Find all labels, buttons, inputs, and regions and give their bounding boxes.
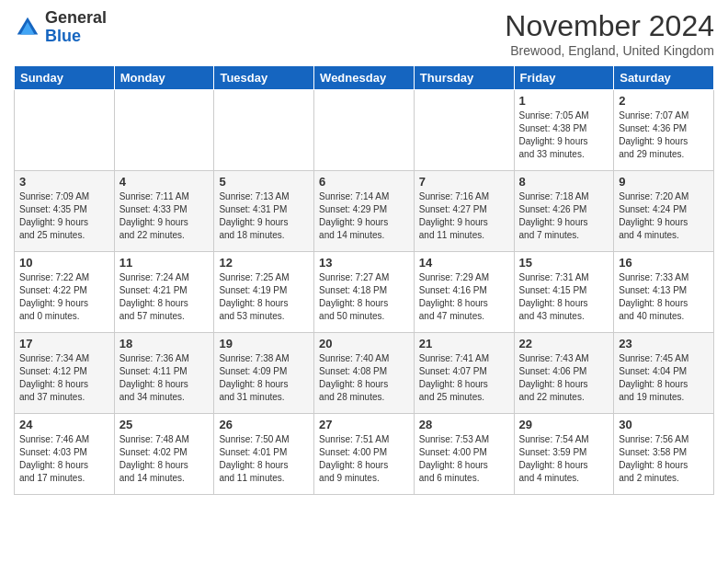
logo-line1: General [45, 9, 107, 28]
header-monday: Monday [114, 66, 214, 90]
day-info-3-5: Sunrise: 7:43 AM Sunset: 4:06 PM Dayligh… [519, 352, 609, 404]
day-info-2-3: Sunrise: 7:27 AM Sunset: 4:18 PM Dayligh… [319, 271, 409, 323]
day-info-0-6: Sunrise: 7:07 AM Sunset: 4:36 PM Dayligh… [619, 109, 709, 161]
day-num-2-1: 11 [119, 256, 210, 270]
day-num-0-5: 1 [519, 94, 609, 108]
cell-0-4 [414, 90, 514, 171]
cell-0-2 [214, 90, 314, 171]
cell-3-3: 20Sunrise: 7:40 AM Sunset: 4:08 PM Dayli… [314, 333, 415, 414]
calendar-body: 1Sunrise: 7:05 AM Sunset: 4:38 PM Daylig… [15, 90, 714, 495]
week-row-3: 17Sunrise: 7:34 AM Sunset: 4:12 PM Dayli… [15, 333, 714, 414]
day-num-3-2: 19 [219, 337, 309, 350]
day-num-4-4: 28 [419, 418, 509, 431]
day-info-3-3: Sunrise: 7:40 AM Sunset: 4:08 PM Dayligh… [319, 352, 409, 404]
day-num-3-3: 20 [319, 337, 409, 350]
cell-3-5: 22Sunrise: 7:43 AM Sunset: 4:06 PM Dayli… [514, 333, 614, 414]
day-info-4-1: Sunrise: 7:48 AM Sunset: 4:02 PM Dayligh… [119, 433, 210, 485]
day-info-3-0: Sunrise: 7:34 AM Sunset: 4:12 PM Dayligh… [19, 352, 109, 404]
cell-2-1: 11Sunrise: 7:24 AM Sunset: 4:21 PM Dayli… [114, 252, 214, 333]
day-num-4-5: 29 [519, 418, 609, 431]
cell-0-1 [114, 90, 214, 171]
day-info-4-0: Sunrise: 7:46 AM Sunset: 4:03 PM Dayligh… [19, 433, 109, 485]
cell-4-3: 27Sunrise: 7:51 AM Sunset: 4:00 PM Dayli… [314, 414, 415, 495]
day-info-1-4: Sunrise: 7:16 AM Sunset: 4:27 PM Dayligh… [419, 190, 509, 242]
title-section: November 2024 Brewood, England, United K… [505, 9, 714, 58]
day-num-1-5: 8 [519, 175, 609, 189]
day-info-3-4: Sunrise: 7:41 AM Sunset: 4:07 PM Dayligh… [419, 352, 509, 404]
cell-1-6: 9Sunrise: 7:20 AM Sunset: 4:24 PM Daylig… [614, 171, 714, 252]
cell-1-1: 4Sunrise: 7:11 AM Sunset: 4:33 PM Daylig… [114, 171, 214, 252]
cell-2-4: 14Sunrise: 7:29 AM Sunset: 4:16 PM Dayli… [414, 252, 514, 333]
cell-1-0: 3Sunrise: 7:09 AM Sunset: 4:35 PM Daylig… [15, 171, 115, 252]
header-wednesday: Wednesday [314, 66, 415, 90]
day-info-1-6: Sunrise: 7:20 AM Sunset: 4:24 PM Dayligh… [619, 190, 709, 242]
location: Brewood, England, United Kingdom [505, 43, 714, 58]
cell-3-6: 23Sunrise: 7:45 AM Sunset: 4:04 PM Dayli… [614, 333, 714, 414]
cell-0-5: 1Sunrise: 7:05 AM Sunset: 4:38 PM Daylig… [514, 90, 614, 171]
day-num-3-5: 22 [519, 337, 609, 350]
cell-2-0: 10Sunrise: 7:22 AM Sunset: 4:22 PM Dayli… [15, 252, 115, 333]
day-info-2-1: Sunrise: 7:24 AM Sunset: 4:21 PM Dayligh… [119, 271, 210, 323]
cell-3-4: 21Sunrise: 7:41 AM Sunset: 4:07 PM Dayli… [414, 333, 514, 414]
cell-2-5: 15Sunrise: 7:31 AM Sunset: 4:15 PM Dayli… [514, 252, 614, 333]
week-row-4: 24Sunrise: 7:46 AM Sunset: 4:03 PM Dayli… [15, 414, 714, 495]
cell-4-5: 29Sunrise: 7:54 AM Sunset: 3:59 PM Dayli… [514, 414, 614, 495]
day-num-3-1: 18 [119, 337, 210, 350]
day-num-3-6: 23 [619, 337, 709, 350]
week-row-2: 10Sunrise: 7:22 AM Sunset: 4:22 PM Dayli… [15, 252, 714, 333]
cell-2-2: 12Sunrise: 7:25 AM Sunset: 4:19 PM Dayli… [214, 252, 314, 333]
day-num-2-6: 16 [619, 256, 709, 270]
header-thursday: Thursday [414, 66, 514, 90]
day-num-1-4: 7 [419, 175, 509, 189]
day-info-3-2: Sunrise: 7:38 AM Sunset: 4:09 PM Dayligh… [219, 352, 309, 404]
day-num-4-1: 25 [119, 418, 210, 431]
header-saturday: Saturday [614, 66, 714, 90]
day-num-2-5: 15 [519, 256, 609, 270]
day-num-4-2: 26 [219, 418, 309, 431]
page-container: General Blue November 2024 Brewood, Engl… [0, 0, 728, 504]
day-num-2-2: 12 [219, 256, 309, 270]
cell-4-0: 24Sunrise: 7:46 AM Sunset: 4:03 PM Dayli… [15, 414, 115, 495]
cell-1-4: 7Sunrise: 7:16 AM Sunset: 4:27 PM Daylig… [414, 171, 514, 252]
day-info-4-2: Sunrise: 7:50 AM Sunset: 4:01 PM Dayligh… [219, 433, 309, 485]
header-friday: Friday [514, 66, 614, 90]
day-num-2-3: 13 [319, 256, 409, 270]
day-info-1-1: Sunrise: 7:11 AM Sunset: 4:33 PM Dayligh… [119, 190, 210, 242]
day-info-4-3: Sunrise: 7:51 AM Sunset: 4:00 PM Dayligh… [319, 433, 409, 485]
day-num-3-4: 21 [419, 337, 509, 350]
day-num-1-3: 6 [319, 175, 409, 189]
cell-4-4: 28Sunrise: 7:53 AM Sunset: 4:00 PM Dayli… [414, 414, 514, 495]
day-num-0-6: 2 [619, 94, 709, 108]
day-num-4-0: 24 [19, 418, 109, 431]
header-tuesday: Tuesday [214, 66, 314, 90]
day-num-1-0: 3 [19, 175, 109, 189]
logo-text: General Blue [45, 9, 107, 46]
header-sunday: Sunday [15, 66, 115, 90]
day-num-1-2: 5 [219, 175, 309, 189]
day-info-4-5: Sunrise: 7:54 AM Sunset: 3:59 PM Dayligh… [519, 433, 609, 485]
calendar-table: Sunday Monday Tuesday Wednesday Thursday… [14, 65, 714, 495]
page-header: General Blue November 2024 Brewood, Engl… [14, 9, 714, 58]
day-num-2-4: 14 [419, 256, 509, 270]
day-num-4-6: 30 [619, 418, 709, 431]
cell-4-2: 26Sunrise: 7:50 AM Sunset: 4:01 PM Dayli… [214, 414, 314, 495]
day-num-2-0: 10 [19, 256, 109, 270]
day-info-4-6: Sunrise: 7:56 AM Sunset: 3:58 PM Dayligh… [619, 433, 709, 485]
cell-1-2: 5Sunrise: 7:13 AM Sunset: 4:31 PM Daylig… [214, 171, 314, 252]
day-info-1-5: Sunrise: 7:18 AM Sunset: 4:26 PM Dayligh… [519, 190, 609, 242]
day-info-1-3: Sunrise: 7:14 AM Sunset: 4:29 PM Dayligh… [319, 190, 409, 242]
day-info-2-4: Sunrise: 7:29 AM Sunset: 4:16 PM Dayligh… [419, 271, 509, 323]
cell-4-6: 30Sunrise: 7:56 AM Sunset: 3:58 PM Dayli… [614, 414, 714, 495]
day-info-2-5: Sunrise: 7:31 AM Sunset: 4:15 PM Dayligh… [519, 271, 609, 323]
day-info-0-5: Sunrise: 7:05 AM Sunset: 4:38 PM Dayligh… [519, 109, 609, 161]
day-num-3-0: 17 [19, 337, 109, 350]
cell-0-0 [15, 90, 115, 171]
cell-3-0: 17Sunrise: 7:34 AM Sunset: 4:12 PM Dayli… [15, 333, 115, 414]
week-row-0: 1Sunrise: 7:05 AM Sunset: 4:38 PM Daylig… [15, 90, 714, 171]
day-info-1-0: Sunrise: 7:09 AM Sunset: 4:35 PM Dayligh… [19, 190, 109, 242]
cell-3-1: 18Sunrise: 7:36 AM Sunset: 4:11 PM Dayli… [114, 333, 214, 414]
cell-2-3: 13Sunrise: 7:27 AM Sunset: 4:18 PM Dayli… [314, 252, 415, 333]
day-num-1-1: 4 [119, 175, 210, 189]
cell-0-6: 2Sunrise: 7:07 AM Sunset: 4:36 PM Daylig… [614, 90, 714, 171]
day-num-4-3: 27 [319, 418, 409, 431]
